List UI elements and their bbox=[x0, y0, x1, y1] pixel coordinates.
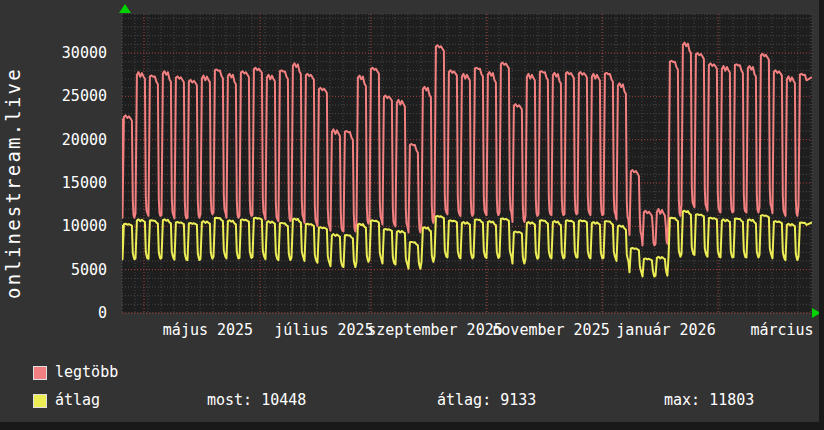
stat-max-label: max: bbox=[664, 391, 700, 409]
y-tick-0: 0 bbox=[0, 305, 107, 321]
chart-canvas bbox=[0, 0, 819, 422]
stat-atlag-label: átlag: bbox=[437, 391, 491, 409]
y-axis-arrow-icon bbox=[119, 4, 131, 13]
y-tick-15000: 15000 bbox=[0, 175, 107, 191]
x-tick-label-4: november 2025 bbox=[492, 322, 609, 339]
stat-atlag-value: 9133 bbox=[500, 391, 536, 409]
graph-panel: onlinestream.live 3000025000200001500010… bbox=[0, 0, 819, 422]
y-tick-10000: 10000 bbox=[0, 218, 107, 234]
x-axis-arrow-icon bbox=[812, 308, 819, 318]
x-tick-label-2: július 2025 bbox=[274, 322, 373, 339]
x-tick-label-1: május 2025 bbox=[163, 322, 253, 339]
x-tick-label-3: szeptember 2025 bbox=[367, 322, 502, 339]
stat-max-value: 11803 bbox=[709, 391, 754, 409]
legend-stat-max: max:11803 bbox=[664, 392, 754, 409]
y-tick-20000: 20000 bbox=[0, 132, 107, 148]
y-tick-30000: 30000 bbox=[0, 45, 107, 61]
stat-most-label: most: bbox=[207, 391, 252, 409]
x-tick-label-5: január 2026 bbox=[616, 322, 715, 339]
y-tick-25000: 25000 bbox=[0, 88, 107, 104]
graph-image: onlinestream.live 3000025000200001500010… bbox=[0, 0, 824, 430]
legend-swatch-legtobb bbox=[33, 366, 47, 380]
stat-most-value: 10448 bbox=[261, 391, 306, 409]
x-tick-label-6: március bbox=[750, 322, 813, 339]
y-tick-5000: 5000 bbox=[0, 262, 107, 278]
legend-swatch-atlag bbox=[33, 394, 47, 408]
legend-label-atlag: átlag bbox=[55, 392, 100, 409]
legend-stat-atlag: átlag:9133 bbox=[437, 392, 536, 409]
legend-stat-most: most:10448 bbox=[207, 392, 306, 409]
legend-label-legtobb: legtöbb bbox=[55, 364, 118, 381]
